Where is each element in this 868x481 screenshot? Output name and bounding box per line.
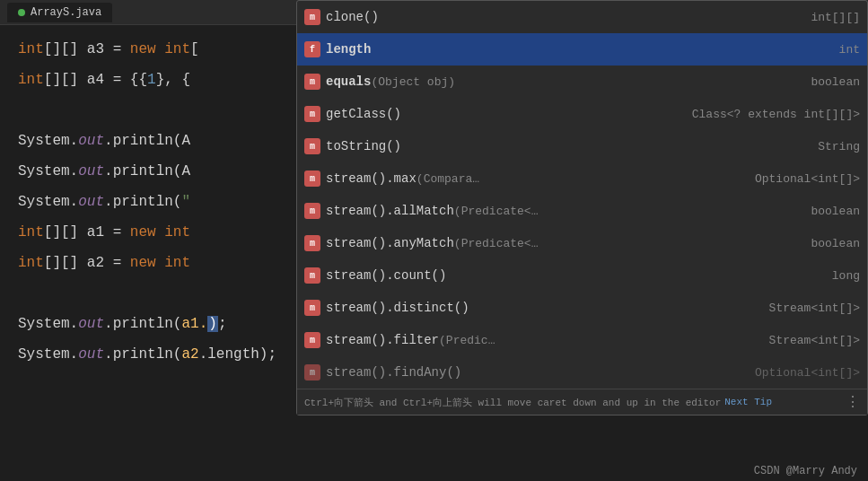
ac-icon-stream-count: m	[304, 267, 320, 284]
ac-icon-stream-anymatch: m	[304, 235, 320, 251]
footer-hint-text: Ctrl+向下箭头 and Ctrl+向上箭头 will move caret …	[304, 396, 721, 409]
status-text: CSDN @Marry Andy	[754, 465, 857, 477]
editor-tab[interactable]: ArrayS.java	[7, 3, 112, 22]
ac-icon-tostring: m	[304, 138, 320, 154]
ac-type-length: int	[752, 43, 860, 57]
more-options-button[interactable]: ⋮	[846, 393, 860, 411]
autocomplete-footer: Ctrl+向下箭头 and Ctrl+向上箭头 will move caret …	[297, 389, 867, 415]
ac-name-stream-filter: stream().filter(Predic…	[326, 333, 747, 347]
ac-type-tostring: String	[752, 140, 860, 153]
tab-filename: ArrayS.java	[31, 6, 101, 19]
ac-icon-stream-findany: m	[304, 364, 320, 380]
ac-type-stream-count: long	[752, 269, 860, 283]
ac-name-stream-anymatch: stream().anyMatch(Predicate<…	[326, 236, 747, 250]
ac-icon-stream-max: m	[304, 171, 320, 187]
editor-area: ArrayS.java int[][] a3 = new int[ int[][…	[0, 0, 868, 481]
status-bar: CSDN @Marry Andy	[743, 461, 868, 481]
ac-item-stream-distinct[interactable]: m stream().distinct() Stream<int[]>	[297, 292, 867, 324]
ac-name-getclass: getClass()	[326, 107, 687, 121]
ac-name-stream-count: stream().count()	[326, 268, 747, 283]
next-tip-button[interactable]: Next Tip	[724, 397, 772, 407]
ac-type-equals: boolean	[752, 75, 860, 89]
ac-icon-stream-allmatch: m	[304, 203, 320, 219]
ac-icon-stream-filter: m	[304, 332, 320, 348]
ac-item-getclass[interactable]: m getClass() Class<? extends int[][]>	[297, 98, 867, 130]
ac-name-stream-allmatch: stream().allMatch(Predicate<…	[326, 204, 747, 218]
ac-type-getclass: Class<? extends int[][]>	[692, 108, 860, 121]
ac-name-stream-max: stream().max(Compara…	[326, 171, 747, 186]
ac-icon-getclass: m	[304, 106, 320, 122]
autocomplete-dropdown: m clone() int[][] f length int m equals(…	[296, 0, 868, 415]
ac-name-equals: equals(Object obj)	[326, 74, 747, 89]
ac-type-clone: int[][]	[752, 11, 860, 24]
ac-name-stream-findany: stream().findAny()	[326, 365, 747, 380]
ac-type-stream-allmatch: boolean	[752, 205, 860, 218]
ac-name-clone: clone()	[326, 10, 747, 24]
ac-icon-equals: m	[304, 74, 320, 90]
ac-type-stream-max: Optional<int[]>	[752, 172, 860, 186]
ac-item-stream-anymatch[interactable]: m stream().anyMatch(Predicate<… boolean	[297, 227, 867, 259]
ac-type-stream-filter: Stream<int[]>	[752, 334, 860, 347]
ac-item-equals[interactable]: m equals(Object obj) boolean	[297, 66, 867, 98]
ac-item-stream-allmatch[interactable]: m stream().allMatch(Predicate<… boolean	[297, 195, 867, 227]
ac-item-stream-count[interactable]: m stream().count() long	[297, 259, 867, 292]
tab-status-dot	[18, 9, 25, 16]
ac-type-stream-anymatch: boolean	[752, 237, 860, 250]
ac-item-stream-max[interactable]: m stream().max(Compara… Optional<int[]>	[297, 162, 867, 195]
ac-icon-clone: m	[304, 9, 320, 25]
ac-name-tostring: toString()	[326, 139, 747, 153]
ac-item-length[interactable]: f length int	[297, 33, 867, 66]
ac-icon-stream-distinct: m	[304, 300, 320, 316]
ac-name-length: length	[326, 42, 747, 57]
ac-name-stream-distinct: stream().distinct()	[326, 301, 747, 315]
ac-item-clone[interactable]: m clone() int[][]	[297, 1, 867, 33]
ac-item-stream-filter[interactable]: m stream().filter(Predic… Stream<int[]>	[297, 324, 867, 356]
ac-item-tostring[interactable]: m toString() String	[297, 130, 867, 162]
ac-type-stream-findany: Optional<int[]>	[752, 366, 860, 380]
ac-item-stream-findany[interactable]: m stream().findAny() Optional<int[]>	[297, 356, 867, 389]
ac-icon-length: f	[304, 41, 320, 57]
ac-type-stream-distinct: Stream<int[]>	[752, 302, 860, 315]
